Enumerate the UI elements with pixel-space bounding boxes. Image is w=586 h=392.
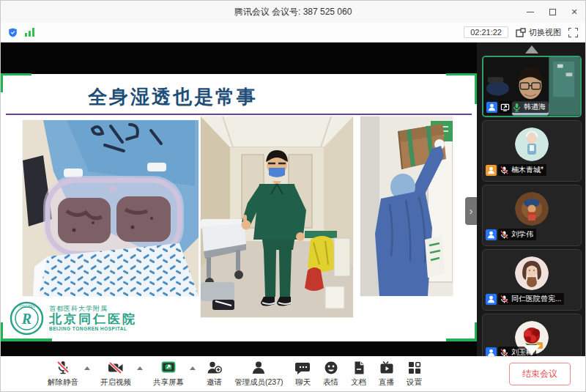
start-video-button[interactable]: 开启视频	[94, 360, 137, 388]
participant-name: 同仁医院曾宪...	[511, 294, 561, 304]
manage-members-button[interactable]: 管理成员(237)	[229, 360, 289, 388]
settings-button[interactable]: 设置	[401, 360, 429, 388]
switch-view-label: 切换视图	[529, 27, 561, 38]
window-controls: ✕	[519, 1, 585, 23]
video-options-caret[interactable]	[137, 366, 143, 370]
reactions-button[interactable]: 表情	[317, 360, 345, 388]
hospital-logo: TONGREN R 首都医科大学附属 北京同仁医院 BEIJING TONGRE…	[10, 301, 137, 336]
presentation-slide: 全身湿透也是常事	[1, 74, 477, 341]
participant-name: 韩遒海	[524, 102, 546, 112]
invite-button[interactable]: 邀请	[200, 360, 229, 388]
settings-grid-icon	[407, 360, 423, 376]
mic-muted-icon	[500, 295, 509, 304]
status-bar: 02:21:22 切换视图	[1, 23, 585, 42]
document-icon	[351, 360, 367, 376]
minimize-icon	[527, 12, 534, 12]
share-screen-button[interactable]: 共享屏幕	[147, 360, 190, 388]
participants-sidebar: 韩遒海	[477, 42, 586, 358]
end-meeting-button[interactable]: 结束会议	[509, 363, 571, 385]
participant-avatar	[515, 256, 549, 290]
participant-avatar	[515, 192, 549, 226]
member-role-icon	[486, 165, 497, 176]
live-tv-icon	[379, 360, 395, 376]
title-bar: 腾讯会议 会议号: 387 525 060 ✕	[1, 1, 585, 23]
share-options-caret[interactable]	[190, 366, 196, 370]
expand-panel-chevron[interactable]: ›	[465, 197, 477, 225]
participant-avatar	[515, 127, 549, 161]
meeting-timer: 02:21:22	[464, 26, 508, 38]
chat-button[interactable]: 聊天	[289, 360, 317, 388]
share-border-corner	[1, 73, 31, 92]
photo-ppe-box-corridor	[360, 117, 453, 296]
slide-divider	[6, 114, 472, 115]
svg-text:R: R	[21, 311, 31, 327]
mic-options-caret[interactable]	[84, 366, 90, 370]
switch-view-icon	[516, 28, 526, 37]
share-screen-icon	[160, 360, 177, 376]
switch-view-button[interactable]: 切换视图	[516, 27, 561, 38]
hospital-seal-icon: TONGREN R	[10, 301, 44, 336]
mic-muted-icon	[500, 230, 509, 240]
participant-tile[interactable]: 韩遒海	[482, 56, 582, 117]
chat-bubble-icon	[295, 360, 311, 376]
unmute-button[interactable]: 解除静音	[42, 360, 84, 388]
photo-green-scrubs-corridor	[201, 117, 353, 317]
camera-off-icon	[107, 360, 125, 376]
member-role-icon	[486, 294, 497, 305]
meeting-window: 腾讯会议 会议号: 387 525 060 ✕ 02:21:22	[0, 0, 586, 392]
photo-ppe-goggles	[23, 120, 199, 296]
meeting-toolbar: 解除静音 开启视频 共享屏幕	[1, 356, 585, 391]
member-role-icon	[486, 102, 497, 113]
docs-button[interactable]: 文档	[345, 360, 373, 388]
slide-title: 全身湿透也是常事	[52, 84, 294, 110]
participant-tile[interactable]: 刘学伟	[482, 185, 582, 246]
share-border-corner	[446, 322, 477, 341]
members-icon	[251, 360, 267, 376]
logo-english-name: BEIJING TONGREN HOSPITAL	[49, 326, 137, 331]
scroll-down-arrow-icon[interactable]	[523, 345, 541, 355]
participant-name: 刘学伟	[511, 229, 533, 240]
minimize-button[interactable]	[519, 1, 541, 23]
participant-tile[interactable]: 同仁医院曾宪...	[482, 249, 582, 311]
logo-hospital-name: 北京同仁医院	[49, 313, 137, 327]
maximize-button[interactable]	[541, 1, 563, 23]
member-role-icon	[486, 229, 497, 240]
window-title: 腾讯会议 会议号: 387 525 060	[1, 6, 585, 18]
share-border-corner	[446, 73, 477, 104]
screen-sharing-icon	[500, 103, 510, 112]
close-button[interactable]: ✕	[563, 1, 585, 23]
live-stream-button[interactable]: 直播	[373, 360, 401, 388]
security-shield-icon[interactable]	[8, 28, 18, 37]
scroll-up-arrow-icon[interactable]	[525, 45, 538, 53]
participant-tile[interactable]: 楠木青城*	[482, 120, 582, 182]
fullscreen-button[interactable]	[568, 28, 578, 37]
svg-text:TONGREN: TONGREN	[18, 305, 34, 308]
maximize-icon	[549, 9, 556, 15]
participant-name: 楠木青城*	[511, 165, 544, 175]
mic-muted-icon	[500, 166, 509, 175]
network-signal-icon[interactable]	[24, 27, 35, 37]
mic-on-icon	[512, 103, 522, 112]
smiley-icon	[323, 360, 339, 376]
shared-screen-stage: 全身湿透也是常事	[1, 42, 477, 358]
invite-person-icon	[206, 360, 223, 376]
microphone-muted-icon	[55, 360, 71, 376]
